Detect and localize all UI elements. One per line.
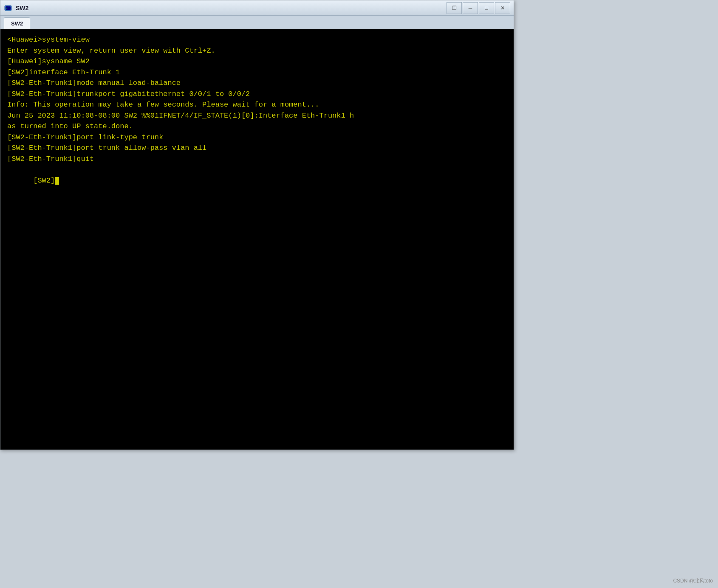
- title-bar: SW2 ❐ ─ □ ✕: [0, 0, 514, 16]
- maximize-button[interactable]: □: [479, 2, 494, 14]
- terminal-line: Jun 25 2023 11:10:08-08:00 SW2 %%01IFNET…: [7, 110, 507, 121]
- terminal-line: [SW2-Eth-Trunk1]mode manual load-balance: [7, 78, 507, 89]
- main-window: SW2 ❐ ─ □ ✕ SW2 <Huawei>system-view Ente…: [0, 0, 514, 450]
- terminal-line: Enter system view, return user view with…: [7, 45, 507, 56]
- terminal-line: as turned into UP state.done.: [7, 121, 507, 132]
- terminal-line: [SW2-Eth-Trunk1]trunkport gigabitetherne…: [7, 89, 507, 100]
- terminal-prompt-line: [SW2]: [7, 164, 507, 197]
- terminal-line: Info: This operation may take a few seco…: [7, 99, 507, 110]
- minimize-button[interactable]: ─: [463, 2, 478, 14]
- terminal-cursor: [55, 177, 59, 185]
- terminal-area[interactable]: <Huawei>system-view Enter system view, r…: [0, 29, 514, 450]
- watermark: CSDN @北风toto: [673, 577, 713, 585]
- window-title: SW2: [16, 5, 28, 11]
- terminal-line: [Huawei]sysname SW2: [7, 56, 507, 67]
- terminal-line: <Huawei>system-view: [7, 34, 507, 45]
- svg-rect-4: [6, 8, 7, 9]
- terminal-line: [SW2-Eth-Trunk1]quit: [7, 154, 507, 165]
- terminal-line: [SW2]interface Eth-Trunk 1: [7, 67, 507, 78]
- tab-bar: SW2: [0, 16, 514, 29]
- svg-rect-3: [6, 8, 8, 8]
- close-button[interactable]: ✕: [495, 2, 510, 14]
- app-icon: [4, 4, 12, 12]
- terminal-line: [SW2-Eth-Trunk1]port trunk allow-pass vl…: [7, 143, 507, 154]
- title-bar-controls: ❐ ─ □ ✕: [447, 2, 510, 14]
- svg-rect-2: [6, 7, 8, 7]
- terminal-line: [SW2-Eth-Trunk1]port link-type trunk: [7, 132, 507, 143]
- restore-button[interactable]: ❐: [447, 2, 462, 14]
- sw2-tab[interactable]: SW2: [4, 17, 30, 29]
- title-bar-left: SW2: [4, 4, 28, 12]
